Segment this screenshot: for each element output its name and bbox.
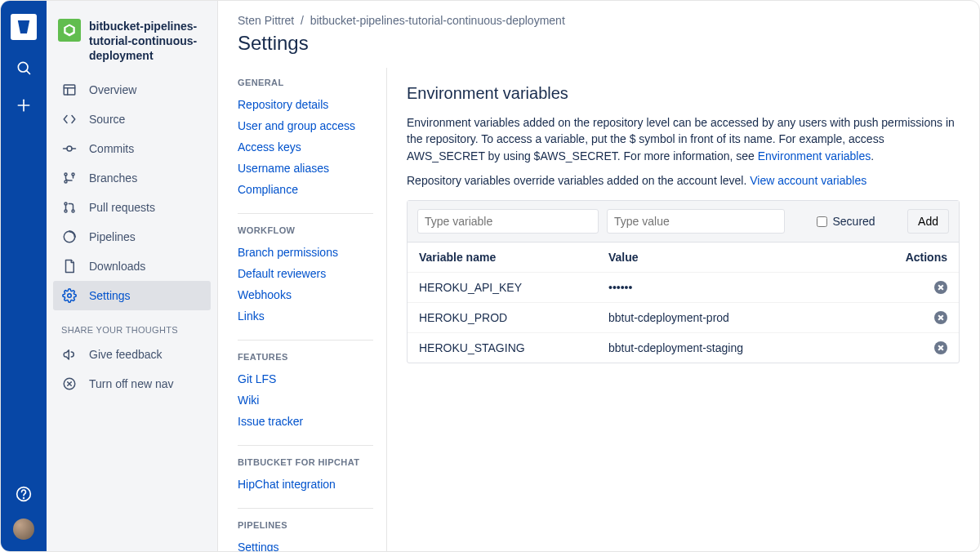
megaphone-icon: [61, 346, 78, 363]
settings-link-wiki[interactable]: Wiki: [238, 390, 373, 411]
var-name: HEROKU_PROD: [419, 311, 608, 324]
var-value: bbtut-cdeployment-prod: [608, 311, 934, 324]
pipelines-icon: [61, 229, 78, 245]
nodejs-icon: [58, 19, 81, 42]
nav-settings[interactable]: Settings: [53, 281, 211, 310]
add-variable-button[interactable]: Add: [907, 209, 949, 234]
source-icon: [61, 111, 78, 127]
nav-commits[interactable]: Commits: [53, 134, 211, 163]
nav-branches[interactable]: Branches: [53, 163, 211, 193]
svg-point-9: [67, 146, 72, 151]
env-vars-description: Environment variables added on the repos…: [407, 114, 960, 164]
nav-source[interactable]: Source: [53, 105, 211, 134]
create-icon[interactable]: [14, 96, 33, 115]
env-vars-panel: Environment variables Environment variab…: [386, 68, 979, 551]
nav-downloads[interactable]: Downloads: [53, 252, 211, 281]
env-vars-heading: Environment variables: [407, 84, 960, 103]
delete-variable-icon[interactable]: [934, 341, 947, 354]
svg-point-14: [65, 180, 67, 183]
secured-checkbox[interactable]: [817, 216, 827, 227]
svg-rect-6: [64, 85, 75, 95]
input-variable-name[interactable]: [417, 209, 599, 234]
nav-overview[interactable]: Overview: [53, 75, 211, 105]
settings-group-workflow: WORKFLOW: [238, 213, 373, 235]
repo-sidebar: bitbucket-pipelines-tutorial-continuous-…: [47, 1, 218, 551]
env-var-row: HEROKU_API_KEY ••••••: [408, 273, 959, 303]
settings-link-git-lfs[interactable]: Git LFS: [238, 368, 373, 390]
svg-line-1: [26, 70, 29, 73]
env-vars-add-row: Secured Add: [408, 201, 959, 243]
settings-link-access-keys[interactable]: Access keys: [238, 136, 373, 158]
share-thoughts-heading: SHARE YOUR THOUGHTS: [53, 310, 211, 340]
var-name: HEROKU_STAGING: [419, 341, 608, 354]
commits-icon: [61, 140, 78, 157]
settings-link-user-group-access[interactable]: User and group access: [238, 115, 373, 136]
var-value: bbtut-cdeployment-staging: [608, 341, 934, 354]
delete-variable-icon[interactable]: [934, 281, 947, 294]
settings-link-webhooks[interactable]: Webhooks: [238, 284, 373, 305]
settings-group-hipchat: BITBUCKET FOR HIPCHAT: [238, 445, 373, 467]
link-account-vars[interactable]: View account variables: [750, 174, 866, 187]
col-value: Value: [608, 251, 898, 264]
breadcrumb-owner[interactable]: Sten Pittret: [238, 14, 294, 27]
close-circle-icon: [61, 376, 78, 392]
global-nav-rail: [1, 1, 47, 551]
var-value: ••••••: [608, 281, 934, 294]
downloads-icon: [61, 258, 78, 274]
settings-link-pipelines-settings[interactable]: Settings: [238, 536, 373, 551]
bitbucket-logo-icon[interactable]: [11, 14, 37, 40]
repo-name: bitbucket-pipelines-tutorial-continuous-…: [89, 19, 206, 64]
env-vars-override-note: Repository variables override variables …: [407, 172, 960, 189]
nav-pipelines[interactable]: Pipelines: [53, 222, 211, 252]
main-content: Sten Pittret / bitbucket-pipelines-tutor…: [218, 1, 979, 551]
settings-link-repo-details[interactable]: Repository details: [238, 94, 373, 115]
delete-variable-icon[interactable]: [934, 311, 947, 324]
svg-point-21: [68, 293, 72, 297]
settings-link-branch-permissions[interactable]: Branch permissions: [238, 242, 373, 263]
svg-point-5: [24, 498, 24, 499]
secured-checkbox-label[interactable]: Secured: [817, 215, 875, 228]
help-icon[interactable]: [14, 484, 33, 504]
settings-link-issue-tracker[interactable]: Issue tracker: [238, 411, 373, 432]
env-vars-header-row: Variable name Value Actions: [408, 243, 959, 273]
breadcrumb: Sten Pittret / bitbucket-pipelines-tutor…: [218, 1, 979, 29]
settings-link-links[interactable]: Links: [238, 305, 373, 327]
input-variable-value[interactable]: [607, 209, 785, 234]
pull-request-icon: [61, 199, 78, 216]
nav-feedback[interactable]: Give feedback: [53, 340, 211, 369]
overview-icon: [61, 82, 78, 98]
nav-pull-requests[interactable]: Pull requests: [53, 193, 211, 222]
settings-icon: [61, 287, 78, 304]
settings-nav: GENERAL Repository details User and grou…: [218, 65, 386, 551]
settings-group-features: FEATURES: [238, 340, 373, 362]
env-var-row: HEROKU_STAGING bbtut-cdeployment-staging: [408, 333, 959, 363]
settings-group-general: GENERAL: [238, 78, 373, 87]
nav-turn-off-new-nav[interactable]: Turn off new nav: [53, 369, 211, 398]
settings-link-username-aliases[interactable]: Username aliases: [238, 158, 373, 179]
user-avatar[interactable]: [13, 519, 34, 540]
col-actions: Actions: [898, 251, 947, 264]
env-var-row: HEROKU_PROD bbtut-cdeployment-prod: [408, 303, 959, 333]
settings-link-compliance[interactable]: Compliance: [238, 179, 373, 200]
var-name: HEROKU_API_KEY: [419, 281, 608, 294]
env-vars-table: Secured Add Variable name Value Actions …: [407, 200, 960, 363]
settings-link-default-reviewers[interactable]: Default reviewers: [238, 263, 373, 284]
branches-icon: [61, 170, 78, 186]
search-icon[interactable]: [14, 58, 33, 78]
link-env-vars-docs[interactable]: Environment variables: [758, 149, 871, 162]
col-variable-name: Variable name: [419, 251, 608, 264]
page-title: Settings: [218, 29, 979, 65]
settings-link-hipchat[interactable]: HipChat integration: [238, 474, 373, 495]
settings-group-pipelines: PIPELINES: [238, 508, 373, 530]
breadcrumb-repo[interactable]: bitbucket-pipelines-tutorial-continuous-…: [310, 14, 565, 27]
